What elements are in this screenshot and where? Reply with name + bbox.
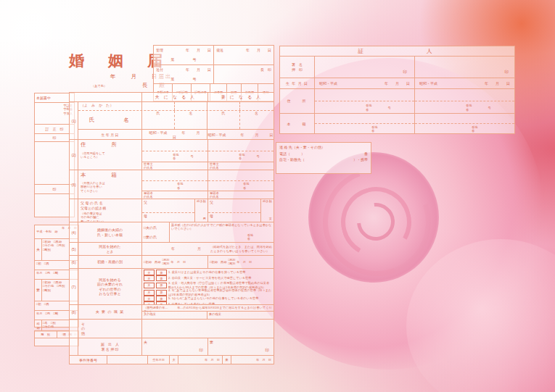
job-item-2: 2. 自由業・商工業・サービス業等を個人で経営している世帯 xyxy=(168,276,251,280)
job5-husband-checkbox[interactable]: 夫 xyxy=(144,296,155,301)
wife-tsuzuki-label: 続き柄 xyxy=(261,199,274,203)
job-item-4: 4. 3にあてはまらない常用勤労者世帯及び会社団体の役員の世帯（日々または1年未… xyxy=(168,288,272,296)
wife-firstmar-sub[interactable]: □死別 □離別 xyxy=(228,259,235,264)
wife-address-banchi: 番地 番 xyxy=(239,153,244,161)
row-number-3: (3) xyxy=(70,170,78,199)
correction-seal2: 印 xyxy=(35,185,74,194)
stats-marriage-label: 結 婚 xyxy=(35,320,42,331)
receipt-number: 第 号 xyxy=(154,55,213,64)
witness1-go: 号 xyxy=(387,106,390,109)
husband-firstmar-sub[interactable]: □死別 □離別 xyxy=(162,259,169,264)
occupation-note: （国勢調査の年… 年…の4月1日から翌年3月31日までに届出をするときだけ書いて… xyxy=(142,305,274,311)
job4-wife-checkbox[interactable]: 妻 xyxy=(156,290,167,296)
contact-phone-label: 電話（ ） xyxy=(279,151,305,157)
case-number-field[interactable] xyxy=(107,356,148,364)
wife-honseki-field[interactable]: 番地 番 筆頭者 の氏名 xyxy=(208,170,274,199)
row-number-4: (4) xyxy=(70,222,78,242)
bottom-wife-label: 妻 xyxy=(223,356,231,364)
wife-seal-mark: 印 xyxy=(266,348,270,353)
job5-wife-checkbox[interactable]: 妻 xyxy=(156,296,167,301)
stats-husband-label: 夫 xyxy=(35,239,42,260)
job6-wife-checkbox[interactable]: 妻 xyxy=(156,301,167,304)
job-item-1: 1. 農業だけまたは農業とその他の仕事を持っている世帯 xyxy=(168,270,246,274)
honseki-note: （外国人のときは 国籍だけを書い てください） xyxy=(81,181,139,193)
witness2-address-field[interactable]: 番地 番 号 xyxy=(415,89,514,113)
wife-birth-field[interactable]: 昭和・平成 年 月 日 xyxy=(207,130,274,139)
forward-date: 年 月 日 xyxy=(186,67,211,72)
other-field[interactable] xyxy=(142,320,274,338)
witness2-birth-field[interactable]: 昭和・平成 年 月 日 xyxy=(415,78,514,88)
parents-note: （他の養父母は その他の欄に 書いてください） xyxy=(81,212,139,222)
wife-furigana-sei[interactable] xyxy=(207,102,240,110)
job6-husband-checkbox[interactable]: 夫 xyxy=(144,301,155,304)
witness1-seal-mark: 印 xyxy=(403,70,408,75)
job3-wife-checkbox[interactable]: 妻 xyxy=(156,283,167,288)
wife-mother-field[interactable]: 母 xyxy=(208,213,260,222)
after-label: 婚姻後の夫婦の 氏・新しい本籍 xyxy=(78,222,142,242)
husband-tsuzuki-label: 続き柄 xyxy=(195,199,207,203)
wife-firstmar-field[interactable]: □初婚 再婚 □死別 □離別 年 月 日 xyxy=(208,256,274,268)
job-item-6: 6. 仕事をしている者のいない世帯 xyxy=(168,302,215,304)
job1-wife-checkbox[interactable]: 妻 xyxy=(156,270,167,275)
wife-signature-field[interactable]: 妻 印 xyxy=(208,338,274,355)
wife-furigana-mei[interactable] xyxy=(240,102,273,110)
husband-mother-field[interactable]: 母 xyxy=(142,213,194,222)
dokyo-field[interactable]: 年 月 （結婚式をあげたとき、または、同居を始め たときのうち早いほうを書いてく… xyxy=(142,243,274,255)
dokyo-note: （結婚式をあげたとき、または、同居を始め たときのうち早いほうを書いてください） xyxy=(210,245,272,253)
husband-setai-label: 世帯主 の氏名 xyxy=(144,162,153,170)
job2-wife-checkbox[interactable]: 妻 xyxy=(156,275,167,281)
occupation-label: 夫 妻 の 職 業 xyxy=(78,305,142,319)
job4-husband-checkbox[interactable]: 夫 xyxy=(144,290,155,296)
witness1-birth-field[interactable]: 昭和・平成 年 月 日 xyxy=(315,78,415,88)
bottom-wife-date-field[interactable]: 年 月 日 xyxy=(231,356,274,364)
husband-father-field[interactable]: 父 xyxy=(142,199,194,213)
witness2-honseki-banchi: 番地 番 xyxy=(472,125,477,133)
wife-sign-sublabel: 妻 xyxy=(210,340,213,345)
wife-address-go: 号 xyxy=(256,154,259,158)
job2-husband-checkbox[interactable]: 夫 xyxy=(144,275,155,281)
witness1-address-field[interactable]: 番地 番 号 xyxy=(315,89,415,113)
correction-line3: 字加入 xyxy=(36,112,73,115)
wife-address-field[interactable]: 番地 番 号 世帯主 の氏名 xyxy=(208,140,274,170)
job-item-3: 3. 企業・個人商店等（官公庁は除く）の常用勤労者世帯で勤め先の従業者数が1人か… xyxy=(168,281,272,289)
wife-father-field[interactable]: 父 xyxy=(208,199,260,213)
new-honseki-field[interactable]: 新本籍（左の□の氏の人がすでに戸籍の筆頭者となっているときは書かないでください）… xyxy=(170,222,274,242)
husband-birth-field[interactable]: 昭和・平成 年 月 日 xyxy=(142,130,207,139)
row-number-2: (2) xyxy=(70,140,78,170)
husband-firstmar-field[interactable]: □初婚 再婚 □死別 □離別 年 月 日 xyxy=(142,256,208,268)
row-number-8: (8) xyxy=(70,305,78,319)
witness1-honseki-field[interactable]: 番地 番 xyxy=(315,114,415,134)
husband-furigana-mei[interactable] xyxy=(175,102,207,110)
job1-husband-checkbox[interactable]: 夫 xyxy=(144,270,155,275)
after-husband-surname-checkbox[interactable]: □夫の氏 xyxy=(144,225,168,230)
wife-occupation-field[interactable]: 妻の職業 xyxy=(207,312,274,319)
correction-blank1[interactable] xyxy=(35,142,74,185)
column-header-wife: 妻 に な る 人 xyxy=(208,93,274,101)
wife-sei-field[interactable]: 氏 xyxy=(207,111,240,129)
addressee-note: （あて先） xyxy=(91,84,107,88)
dokyo-value: 年 月 xyxy=(171,246,204,251)
witness-address-label: 住 所 xyxy=(280,89,315,113)
contact-line1: 連 絡 先（夫・妻・その他） xyxy=(276,143,371,150)
father-label-w: 父 xyxy=(210,200,213,204)
husband-mei-field[interactable]: 名 xyxy=(175,111,207,129)
correction-blank2[interactable] xyxy=(35,194,74,222)
wife-mei-field[interactable]: 名 xyxy=(240,111,273,129)
husband-signature-field[interactable]: 夫 印 xyxy=(142,338,208,355)
witness2-signature-field[interactable]: 印 xyxy=(415,57,514,78)
husband-address-go: 号 xyxy=(190,154,193,158)
husband-honseki-field[interactable]: 番地 番 筆頭者 の氏名 xyxy=(142,170,208,199)
witness2-honseki-field[interactable]: 番地 番 xyxy=(415,114,514,134)
address-label: 住 所 xyxy=(81,141,139,149)
husband-address-field[interactable]: 番地 番 号 世帯主 の氏名 xyxy=(142,140,208,170)
bottom-husband-date-field[interactable]: 年 月 日 xyxy=(178,356,223,364)
wife-firstmar-cb[interactable]: □初婚 再婚 xyxy=(210,260,226,264)
husband-sei-field[interactable]: 氏 xyxy=(142,111,175,129)
husband-firstmar-cb[interactable]: □初婚 再婚 xyxy=(144,260,160,264)
husband-occupation-field[interactable]: 夫の職業 xyxy=(142,312,207,319)
job3-husband-checkbox[interactable]: 夫 xyxy=(144,283,155,288)
witness1-signature-field[interactable]: 印 xyxy=(315,57,415,78)
row-number-6: (6) xyxy=(70,256,78,268)
husband-furigana-sei[interactable] xyxy=(142,102,175,110)
after-wife-surname-checkbox[interactable]: □妻の氏 xyxy=(144,235,168,240)
